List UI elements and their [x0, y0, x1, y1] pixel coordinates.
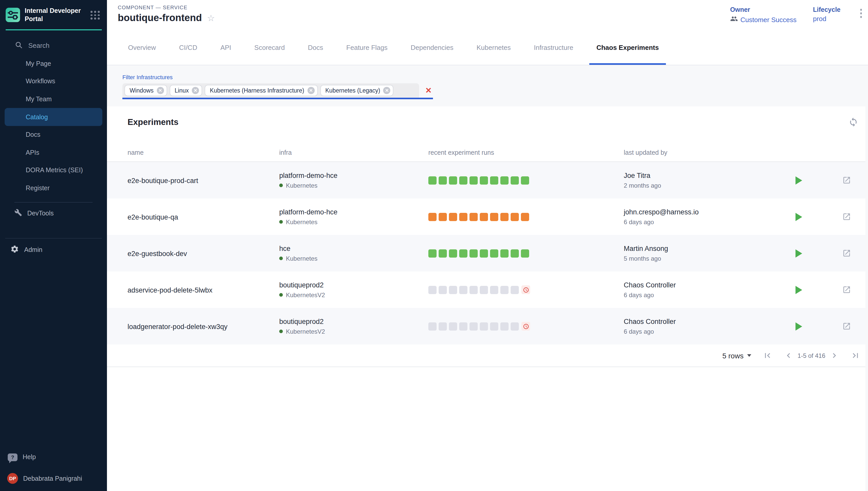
pagination-range: 1-5 of 416 — [798, 352, 825, 359]
filter-section: Filter Infrastructures Windows✕Linux✕Kub… — [122, 74, 868, 99]
user-menu[interactable]: DP Debabrata Panigrahi — [0, 473, 107, 491]
table-row[interactable]: e2e-guestbook-dev hce Kubernetes Martin … — [107, 235, 865, 271]
run-status-square-orange — [511, 212, 519, 221]
sidebar-item-docs[interactable]: Docs — [0, 126, 107, 144]
last-page-button[interactable] — [850, 351, 860, 360]
chip-close-icon[interactable]: ✕ — [307, 87, 314, 94]
breadcrumb: COMPONENT — SERVICE — [118, 5, 215, 10]
prev-page-button[interactable] — [784, 351, 793, 360]
chip-close-icon[interactable]: ✕ — [156, 87, 164, 94]
tab-infrastructure[interactable]: Infrastructure — [527, 32, 581, 65]
tab-kubernetes[interactable]: Kubernetes — [469, 32, 518, 65]
status-dot-icon — [279, 329, 283, 333]
page-title: boutique-frontend — [118, 12, 202, 24]
infra-name: boutiqueprod2 — [279, 317, 428, 325]
favorite-star-icon[interactable]: ☆ — [207, 13, 215, 22]
user-avatar: DP — [7, 473, 18, 484]
run-status-square-orange — [439, 212, 447, 221]
experiment-name: e2e-boutique-prod-cart — [127, 177, 198, 184]
sidebar-item-workflows[interactable]: Workflows — [0, 73, 107, 90]
column-header-infra: infra — [279, 149, 292, 156]
gear-icon — [10, 245, 19, 255]
owner-link[interactable]: Customer Success — [730, 15, 797, 24]
user-name: Debabrata Panigrahi — [23, 475, 82, 482]
filter-input[interactable]: Windows✕Linux✕Kubernetes (Harness Infras… — [122, 83, 433, 99]
chip-close-icon[interactable]: ✕ — [192, 87, 199, 94]
run-status-square-green — [469, 249, 478, 257]
updated-at: 6 days ago — [624, 291, 791, 298]
apps-grid-icon[interactable] — [89, 10, 101, 20]
lifecycle-value: prod — [813, 15, 840, 23]
table-row[interactable]: loadgenerator-pod-delete-xw3qy boutiquep… — [107, 308, 865, 344]
run-status-square-green — [428, 176, 437, 184]
filter-chip-windows: Windows✕ — [124, 85, 167, 96]
tab-dependencies[interactable]: Dependencies — [403, 32, 461, 65]
experiments-title: Experiments — [127, 117, 178, 127]
open-experiment-link[interactable] — [842, 249, 851, 258]
infra-name: platform-demo-hce — [279, 208, 428, 216]
entity-header: COMPONENT — SERVICE boutique-frontend ☆ … — [107, 0, 868, 32]
rows-per-page-select[interactable]: 5 rows — [722, 351, 751, 359]
tab-api[interactable]: API — [213, 32, 238, 65]
people-icon — [730, 15, 738, 24]
sidebar-item-my-page[interactable]: My Page — [0, 55, 107, 73]
tab-docs[interactable]: Docs — [301, 32, 330, 65]
pagination: 5 rows 1-5 of 416 — [107, 344, 865, 367]
run-experiment-button[interactable] — [795, 286, 802, 294]
first-page-button[interactable] — [762, 351, 772, 360]
run-experiment-button[interactable] — [795, 322, 802, 330]
table-row[interactable]: e2e-boutique-prod-cart platform-demo-hce… — [107, 162, 865, 198]
sidebar-item-search[interactable]: Search — [0, 39, 107, 52]
tab-feature-flags[interactable]: Feature Flags — [339, 32, 395, 65]
infra-type: Kubernetes — [286, 182, 318, 189]
run-status-square-green — [469, 176, 478, 184]
chip-close-icon[interactable]: ✕ — [383, 87, 390, 94]
table-row[interactable]: e2e-boutique-qa platform-demo-hce Kubern… — [107, 198, 865, 235]
lifecycle-label: Lifecycle — [813, 6, 840, 13]
overdue-clock-icon — [521, 322, 530, 330]
app-logo-icon[interactable] — [6, 8, 20, 22]
open-experiment-link[interactable] — [842, 322, 851, 330]
sidebar-item-my-team[interactable]: My Team — [0, 90, 107, 108]
updated-by: Joe Titra — [624, 171, 791, 179]
owner-block: Owner Customer Success — [730, 6, 797, 24]
run-status-square-gray — [480, 286, 488, 294]
run-experiment-button[interactable] — [795, 176, 802, 184]
run-status-square-gray — [469, 286, 478, 294]
infra-type: KubernetesV2 — [286, 291, 325, 298]
sidebar-item-help[interactable]: ? Help — [0, 450, 107, 465]
tab-scorecard[interactable]: Scorecard — [247, 32, 292, 65]
sidebar-item-devtools[interactable]: DevTools — [0, 206, 107, 221]
updated-by: john.crespo@harness.io — [624, 208, 791, 216]
tab-ci-cd[interactable]: CI/CD — [172, 32, 204, 65]
status-dot-icon — [279, 183, 283, 187]
wrench-icon — [15, 209, 22, 218]
run-experiment-button[interactable] — [795, 249, 802, 257]
sidebar-item-register[interactable]: Register — [0, 179, 107, 197]
open-experiment-link[interactable] — [842, 212, 851, 221]
table-row[interactable]: adservice-pod-delete-5lwbx boutiqueprod2… — [107, 271, 865, 308]
sidebar-item-catalog[interactable]: Catalog — [5, 108, 102, 126]
sidebar-divider — [5, 238, 102, 239]
next-page-button[interactable] — [830, 351, 839, 360]
run-status-square-green — [480, 176, 488, 184]
sidebar-item-admin[interactable]: Admin — [0, 242, 107, 258]
tab-overview[interactable]: Overview — [121, 32, 163, 65]
app-root: Internal Developer Portal Search My Page… — [0, 0, 868, 491]
tab-chaos-experiments[interactable]: Chaos Experiments — [589, 32, 666, 65]
run-experiment-button[interactable] — [795, 212, 802, 221]
sidebar-item-dora-metrics-sei[interactable]: DORA Metrics (SEI) — [0, 162, 107, 179]
refresh-icon[interactable] — [848, 117, 858, 127]
open-experiment-link[interactable] — [842, 285, 851, 294]
sidebar-item-apis[interactable]: APIs — [0, 144, 107, 162]
filter-infrastructures-link[interactable]: Filter Infrastructures — [122, 74, 868, 80]
recent-runs-bar — [428, 212, 624, 221]
run-status-square-green — [490, 176, 498, 184]
search-label: Search — [28, 41, 49, 49]
run-status-square-gray — [449, 322, 457, 330]
infra-type: Kubernetes — [286, 218, 318, 226]
kebab-menu-icon[interactable] — [860, 6, 862, 18]
clear-filters-button[interactable]: ✕ — [425, 86, 432, 95]
open-experiment-link[interactable] — [842, 176, 851, 184]
table-header-row: nameinfrarecent experiment runslast upda… — [107, 142, 865, 162]
